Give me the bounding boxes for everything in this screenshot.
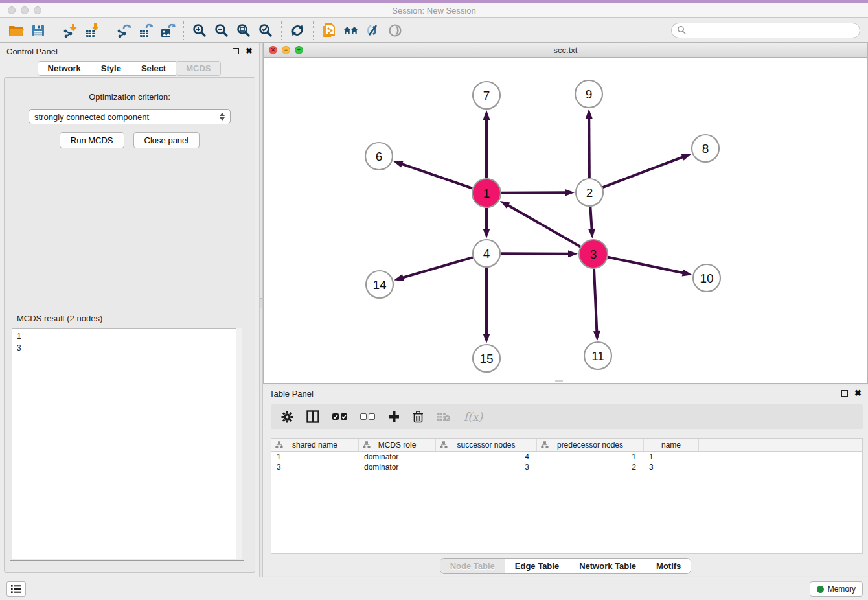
dropdown-spinner-icon — [220, 113, 225, 121]
table-cell[interactable]: 4 — [436, 452, 537, 461]
show-column-panel-icon[interactable] — [306, 410, 319, 423]
column-header-name[interactable]: name — [644, 439, 699, 451]
import-table-icon[interactable] — [81, 20, 103, 41]
task-history-button[interactable] — [6, 581, 26, 597]
export-table-icon[interactable] — [135, 20, 157, 41]
mcds-result-item: 1 — [12, 329, 242, 342]
open-session-icon[interactable] — [5, 20, 27, 41]
column-label: successor nodes — [457, 441, 515, 450]
tab-motifs[interactable]: Motifs — [646, 559, 691, 573]
run-mcds-button[interactable]: Run MCDS — [60, 132, 124, 148]
tab-edge-table[interactable]: Edge Table — [505, 559, 569, 573]
result-scrollbar[interactable] — [236, 328, 242, 559]
graph-edge-arrowhead — [586, 109, 593, 119]
memory-button[interactable]: Memory — [810, 581, 863, 597]
save-session-icon[interactable] — [27, 20, 49, 41]
float-panel-icon[interactable] — [233, 48, 239, 54]
table-cell[interactable]: 1 — [644, 452, 699, 461]
open-network-file-icon[interactable] — [318, 20, 340, 41]
table-cell[interactable]: 3 — [436, 463, 537, 472]
table-cell[interactable]: dominator — [359, 463, 436, 472]
window-zoom-icon[interactable]: + — [295, 46, 303, 54]
graph-edge[interactable] — [603, 157, 684, 187]
graph-node-label: 8 — [702, 142, 709, 156]
graph-edge[interactable] — [589, 117, 589, 178]
toolbar-separator — [108, 21, 108, 40]
show-hide-panels-icon[interactable] — [384, 20, 406, 41]
column-header-shared-name[interactable]: shared name — [271, 439, 359, 451]
graph-edge[interactable] — [594, 269, 597, 332]
toolbar-separator — [281, 21, 282, 40]
column-header-mcds-role[interactable]: MCDS role — [359, 439, 436, 451]
table-cell[interactable]: dominator — [359, 452, 436, 461]
column-header-successor-nodes[interactable]: successor nodes — [436, 439, 537, 451]
float-table-panel-icon[interactable] — [841, 390, 848, 397]
column-header-predecessor-nodes[interactable]: predecessor nodes — [537, 439, 644, 451]
zoom-selected-icon[interactable] — [255, 20, 277, 41]
status-bar: Memory — [0, 577, 868, 600]
select-all-icon[interactable] — [332, 413, 347, 420]
table-cell[interactable]: 3 — [644, 463, 699, 472]
import-network-icon[interactable] — [59, 20, 81, 41]
graph-edge[interactable] — [402, 257, 473, 278]
graph-edge[interactable] — [501, 253, 569, 254]
table-cell[interactable]: 2 — [537, 463, 644, 472]
zoom-out-icon[interactable] — [211, 20, 233, 41]
home-icon[interactable] — [340, 20, 362, 41]
apply-layout-icon[interactable] — [286, 20, 308, 41]
delete-column-icon[interactable] — [413, 411, 424, 423]
graph-edge-arrowhead — [483, 229, 490, 238]
tab-style[interactable]: Style — [91, 61, 131, 76]
graph-edge-arrowhead — [565, 189, 575, 196]
tab-network-table[interactable]: Network Table — [569, 559, 646, 573]
close-table-panel-icon[interactable]: ✖ — [854, 390, 862, 397]
cyndex-icon[interactable] — [362, 20, 384, 41]
graph-edge[interactable] — [507, 205, 580, 246]
mcds-panel: Optimization criterion: strongly connect… — [4, 77, 255, 573]
table-row[interactable]: 1dominator411 — [271, 452, 862, 462]
mcds-result-list[interactable]: 13 — [12, 328, 242, 559]
graph-edge-arrowhead — [588, 229, 595, 238]
deselect-all-icon[interactable] — [360, 413, 375, 420]
graph-edge[interactable] — [401, 164, 472, 189]
function-builder-icon: f(x) — [464, 410, 483, 423]
canvas-resize-grip[interactable] — [555, 380, 563, 382]
graph-edge[interactable] — [590, 207, 591, 230]
tab-network[interactable]: Network — [38, 61, 91, 76]
macos-titlebar: Session: New Session — [0, 3, 868, 18]
table-cell[interactable]: 1 — [537, 452, 644, 461]
graph-edge[interactable] — [608, 257, 684, 273]
zoom-in-icon[interactable] — [188, 20, 211, 41]
graph-edge[interactable] — [501, 192, 566, 193]
zoom-fit-icon[interactable] — [233, 20, 255, 41]
close-panel-icon[interactable]: ✖ — [246, 48, 253, 54]
table-cell[interactable]: 1 — [271, 452, 359, 461]
add-column-icon[interactable] — [388, 411, 400, 422]
window-close-icon[interactable]: ✕ — [269, 46, 277, 54]
tab-node-table[interactable]: Node Table — [440, 559, 505, 573]
tab-mcds[interactable]: MCDS — [176, 61, 221, 76]
gear-icon[interactable] — [281, 411, 293, 423]
search-field[interactable] — [671, 23, 860, 38]
table-row[interactable]: 3dominator323 — [271, 462, 862, 472]
column-label: name — [661, 441, 681, 450]
criterion-value: strongly connected component — [34, 112, 149, 122]
search-input[interactable] — [687, 24, 860, 37]
export-network-icon[interactable] — [113, 20, 135, 41]
graph-node-label: 10 — [700, 271, 713, 285]
toolbar-separator — [313, 21, 314, 40]
table-cell[interactable]: 3 — [271, 463, 359, 472]
memory-label: Memory — [828, 584, 856, 594]
close-panel-button[interactable]: Close panel — [133, 132, 200, 148]
graph-edge-arrowhead — [500, 201, 510, 209]
destroy-table-icon — [437, 411, 451, 422]
column-label: MCDS role — [378, 441, 417, 450]
window-minimize-icon[interactable]: − — [282, 46, 290, 54]
column-label: predecessor nodes — [557, 441, 623, 450]
export-image-icon[interactable] — [157, 20, 179, 41]
tab-select[interactable]: Select — [131, 61, 176, 76]
network-canvas[interactable]: 7968124314101511 — [264, 58, 867, 383]
toolbar-separator — [183, 21, 184, 40]
criterion-dropdown[interactable]: strongly connected component — [29, 109, 231, 124]
splitter-grip[interactable] — [260, 298, 262, 308]
